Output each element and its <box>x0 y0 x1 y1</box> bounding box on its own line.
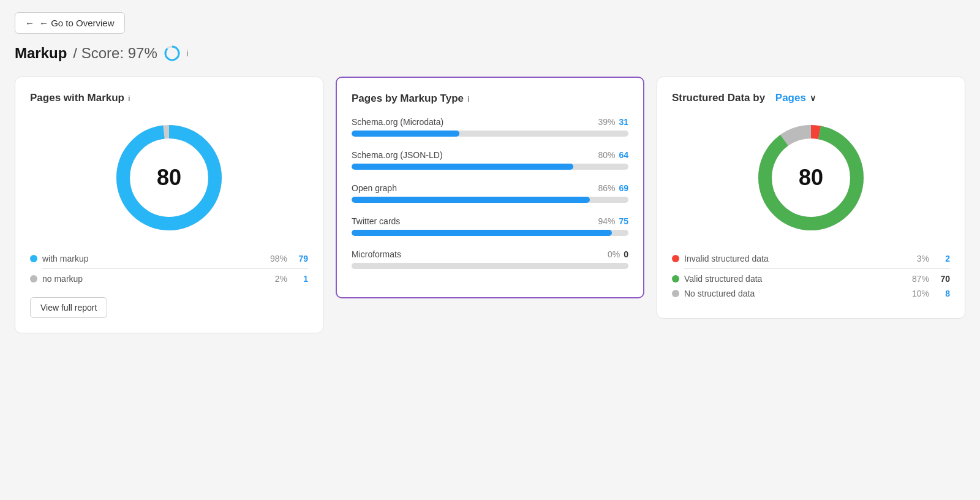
bar-fill-twitter-cards <box>352 230 612 236</box>
structured-data-card: Structured Data by Pages ∨ 80 <box>657 77 965 319</box>
pages-with-markup-donut: 80 <box>108 116 230 239</box>
bar-label-schema-microdata: Schema.org (Microdata) <box>352 117 443 127</box>
legend-divider-invalid <box>684 268 950 269</box>
score-circle-icon <box>164 45 181 62</box>
with-markup-label: with markup <box>42 254 265 263</box>
no-markup-label: no markup <box>42 274 270 284</box>
structured-data-donut-center: 80 <box>799 165 823 191</box>
bar-pct-schema-jsonld: 80% <box>598 150 615 160</box>
bar-fill-schema-jsonld <box>352 164 573 170</box>
invalid-label: Invalid structured data <box>684 254 912 263</box>
go-to-overview-label: ← Go to Overview <box>39 18 115 28</box>
page-title: Markup <box>15 45 67 62</box>
bar-row-twitter-cards: Twitter cards 94% 75 <box>352 216 628 236</box>
bar-label-twitter-cards: Twitter cards <box>352 216 400 226</box>
page-subtitle: / Score: 97% <box>73 45 157 62</box>
pages-by-markup-type-card: Pages by Markup Type i Schema.org (Micro… <box>336 77 644 298</box>
bar-row-open-graph: Open graph 86% 69 <box>352 183 628 203</box>
legend-item-no-structured: No structured data 10% 8 <box>672 289 950 298</box>
no-markup-pct: 2% <box>275 274 287 284</box>
legend-item-valid: Valid structured data 87% 70 <box>672 274 950 284</box>
bar-row-schema-jsonld: Schema.org (JSON-LD) 80% 64 <box>352 150 628 170</box>
invalid-val: 2 <box>938 254 950 263</box>
with-markup-val: 79 <box>296 254 308 263</box>
pages-with-markup-info-icon[interactable]: i <box>128 94 130 103</box>
structured-data-dropdown-icon[interactable]: ∨ <box>810 93 816 103</box>
no-structured-val: 8 <box>938 289 950 298</box>
pages-by-markup-type-info-icon[interactable]: i <box>467 94 470 104</box>
valid-val: 70 <box>938 274 950 284</box>
no-structured-dot <box>672 290 679 297</box>
legend-item-no-markup: no markup 2% 1 <box>30 274 308 284</box>
bar-track-twitter-cards <box>352 230 628 236</box>
pages-with-markup-title: Pages with Markup i <box>30 92 308 104</box>
header-info-icon[interactable]: i <box>187 48 189 58</box>
no-structured-label: No structured data <box>684 289 907 298</box>
bar-rows: Schema.org (Microdata) 39% 31 Schema.org… <box>352 117 628 269</box>
valid-label: Valid structured data <box>684 274 907 284</box>
invalid-pct: 3% <box>917 254 929 263</box>
bar-val-microformats: 0 <box>624 249 628 259</box>
structured-data-legend: Invalid structured data 3% 2 Valid struc… <box>672 254 950 298</box>
no-markup-dot <box>30 275 37 282</box>
bar-val-twitter-cards: 75 <box>619 216 628 226</box>
legend-item-with-markup: with markup 98% 79 <box>30 254 308 263</box>
pages-with-markup-legend: with markup 98% 79 no markup 2% 1 <box>30 254 308 284</box>
bar-fill-open-graph <box>352 197 590 203</box>
bar-val-schema-microdata: 31 <box>619 117 628 127</box>
with-markup-pct: 98% <box>270 254 287 263</box>
bar-track-microformats <box>352 263 628 269</box>
valid-pct: 87% <box>912 274 929 284</box>
pages-with-markup-card: Pages with Markup i 80 with markup 98% 7… <box>15 77 323 333</box>
bar-label-microformats: Microformats <box>352 249 401 259</box>
structured-data-title-link[interactable]: Pages <box>775 92 806 104</box>
go-to-overview-button[interactable]: ← ← Go to Overview <box>15 12 125 34</box>
bar-row-microformats: Microformats 0% 0 <box>352 249 628 269</box>
no-structured-pct: 10% <box>912 289 929 298</box>
bar-label-open-graph: Open graph <box>352 183 397 193</box>
bar-track-open-graph <box>352 197 628 203</box>
bar-pct-twitter-cards: 94% <box>598 216 615 226</box>
view-full-report-button[interactable]: View full report <box>30 297 107 318</box>
structured-data-donut: 80 <box>750 116 872 239</box>
bar-val-schema-jsonld: 64 <box>619 150 628 160</box>
pages-by-markup-type-title: Pages by Markup Type i <box>352 93 628 105</box>
page-header: Markup / Score: 97% i <box>15 45 965 62</box>
legend-divider <box>42 268 308 269</box>
no-markup-val: 1 <box>296 274 308 284</box>
bar-pct-open-graph: 86% <box>598 183 615 193</box>
bar-fill-schema-microdata <box>352 131 459 137</box>
structured-data-title: Structured Data by Pages ∨ <box>672 92 950 104</box>
bar-val-open-graph: 69 <box>619 183 628 193</box>
structured-data-title-prefix: Structured Data by <box>672 92 765 104</box>
donut-center-value: 80 <box>157 165 181 191</box>
with-markup-dot <box>30 255 37 262</box>
bar-track-schema-microdata <box>352 131 628 137</box>
bar-label-schema-jsonld: Schema.org (JSON-LD) <box>352 150 443 160</box>
bar-track-schema-jsonld <box>352 164 628 170</box>
invalid-dot <box>672 255 679 262</box>
cards-container: Pages with Markup i 80 with markup 98% 7… <box>15 77 965 333</box>
legend-item-invalid: Invalid structured data 3% 2 <box>672 254 950 263</box>
bar-row-schema-microdata: Schema.org (Microdata) 39% 31 <box>352 117 628 137</box>
back-arrow-icon: ← <box>25 18 34 28</box>
valid-dot <box>672 275 679 282</box>
bar-pct-microformats: 0% <box>608 249 620 259</box>
bar-pct-schema-microdata: 39% <box>598 117 615 127</box>
